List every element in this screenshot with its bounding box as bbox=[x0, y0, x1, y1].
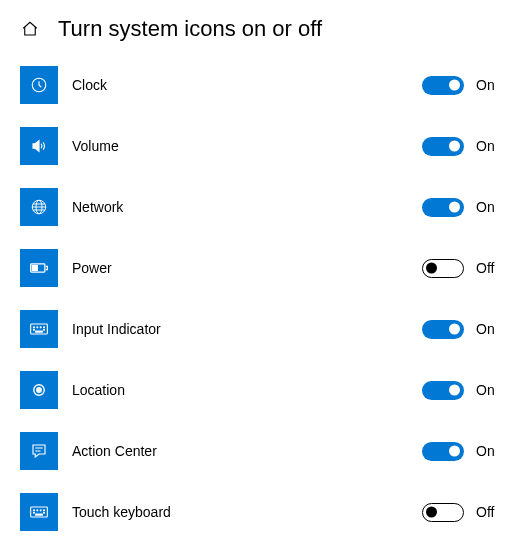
svg-point-11 bbox=[44, 329, 45, 330]
svg-point-14 bbox=[37, 388, 42, 393]
setting-row: ClockOn bbox=[20, 66, 504, 104]
location-icon bbox=[20, 371, 58, 409]
setting-label: Action Center bbox=[72, 443, 422, 459]
setting-row: VolumeOn bbox=[20, 127, 504, 165]
svg-point-7 bbox=[37, 327, 38, 328]
toggle-switch[interactable] bbox=[422, 381, 464, 400]
toggle-switch[interactable] bbox=[422, 198, 464, 217]
home-icon[interactable] bbox=[20, 19, 40, 39]
svg-point-6 bbox=[34, 327, 35, 328]
svg-rect-22 bbox=[36, 514, 43, 515]
svg-rect-4 bbox=[32, 266, 37, 271]
setting-label: Clock bbox=[72, 77, 422, 93]
toggle-state-label: On bbox=[476, 443, 504, 459]
setting-label: Location bbox=[72, 382, 422, 398]
svg-point-21 bbox=[44, 512, 45, 513]
toggle-switch[interactable] bbox=[422, 320, 464, 339]
setting-row: PowerOff bbox=[20, 249, 504, 287]
toggle-switch[interactable] bbox=[422, 442, 464, 461]
keyboard-icon bbox=[20, 493, 58, 531]
toggle-state-label: Off bbox=[476, 260, 504, 276]
setting-row: Input IndicatorOn bbox=[20, 310, 504, 348]
svg-point-17 bbox=[37, 510, 38, 511]
toggle-state-label: On bbox=[476, 321, 504, 337]
action-center-icon bbox=[20, 432, 58, 470]
setting-label: Network bbox=[72, 199, 422, 215]
clock-icon bbox=[20, 66, 58, 104]
toggle-switch[interactable] bbox=[422, 137, 464, 156]
toggle-switch[interactable] bbox=[422, 503, 464, 522]
toggle-state-label: Off bbox=[476, 504, 504, 520]
setting-label: Touch keyboard bbox=[72, 504, 422, 520]
page-title: Turn system icons on or off bbox=[58, 16, 322, 42]
svg-point-8 bbox=[40, 327, 41, 328]
toggle-switch[interactable] bbox=[422, 259, 464, 278]
toggle-state-label: On bbox=[476, 138, 504, 154]
setting-row: LocationOn bbox=[20, 371, 504, 409]
toggle-switch[interactable] bbox=[422, 76, 464, 95]
volume-icon bbox=[20, 127, 58, 165]
setting-row: Action CenterOn bbox=[20, 432, 504, 470]
setting-row: Touch keyboardOff bbox=[20, 493, 504, 531]
svg-point-20 bbox=[34, 512, 35, 513]
setting-label: Power bbox=[72, 260, 422, 276]
svg-point-10 bbox=[34, 329, 35, 330]
network-icon bbox=[20, 188, 58, 226]
setting-label: Volume bbox=[72, 138, 422, 154]
svg-point-19 bbox=[44, 510, 45, 511]
setting-row: NetworkOn bbox=[20, 188, 504, 226]
toggle-state-label: On bbox=[476, 382, 504, 398]
svg-point-9 bbox=[44, 327, 45, 328]
svg-point-18 bbox=[40, 510, 41, 511]
toggle-state-label: On bbox=[476, 199, 504, 215]
keyboard-icon bbox=[20, 310, 58, 348]
svg-rect-12 bbox=[36, 331, 43, 332]
svg-point-16 bbox=[34, 510, 35, 511]
setting-label: Input Indicator bbox=[72, 321, 422, 337]
toggle-state-label: On bbox=[476, 77, 504, 93]
power-icon bbox=[20, 249, 58, 287]
